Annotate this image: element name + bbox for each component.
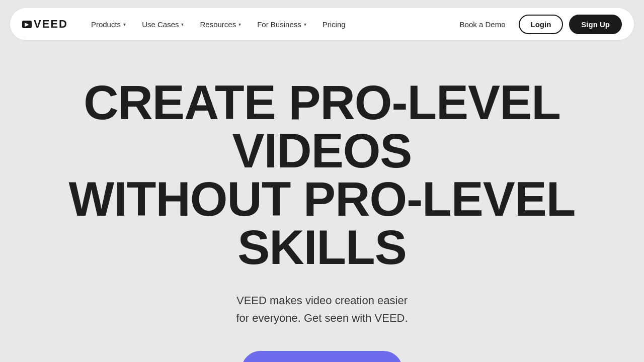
nav-item-for-business[interactable]: For Business ▾ — [250, 16, 313, 33]
hero-title: Create Pro-Level Videos Without Pro-Leve… — [45, 78, 599, 272]
login-button[interactable]: Login — [519, 15, 564, 34]
start-free-button[interactable]: Start for free — [242, 351, 403, 362]
chevron-down-icon: ▾ — [304, 22, 306, 27]
nav-item-pricing[interactable]: Pricing — [315, 16, 353, 33]
signup-button[interactable]: Sign Up — [569, 15, 622, 34]
navbar: ▶ VEED Products ▾ Use Cases ▾ Resources … — [10, 8, 634, 40]
chevron-down-icon: ▾ — [238, 22, 241, 27]
nav-links: Products ▾ Use Cases ▾ Resources ▾ For B… — [84, 16, 453, 33]
hero-section: Create Pro-Level Videos Without Pro-Leve… — [0, 48, 644, 362]
nav-item-use-cases[interactable]: Use Cases ▾ — [135, 16, 191, 33]
nav-item-resources[interactable]: Resources ▾ — [193, 16, 248, 33]
book-demo-button[interactable]: Book a Demo — [453, 16, 513, 33]
chevron-down-icon: ▾ — [181, 22, 184, 27]
nav-item-products[interactable]: Products ▾ — [84, 16, 133, 33]
nav-right: Book a Demo Login Sign Up — [453, 15, 622, 34]
logo[interactable]: ▶ VEED — [22, 18, 68, 31]
logo-text: VEED — [34, 18, 68, 31]
logo-icon: ▶ — [22, 21, 32, 28]
chevron-down-icon: ▾ — [123, 22, 126, 27]
hero-subtitle: VEED makes video creation easier for eve… — [236, 292, 408, 327]
